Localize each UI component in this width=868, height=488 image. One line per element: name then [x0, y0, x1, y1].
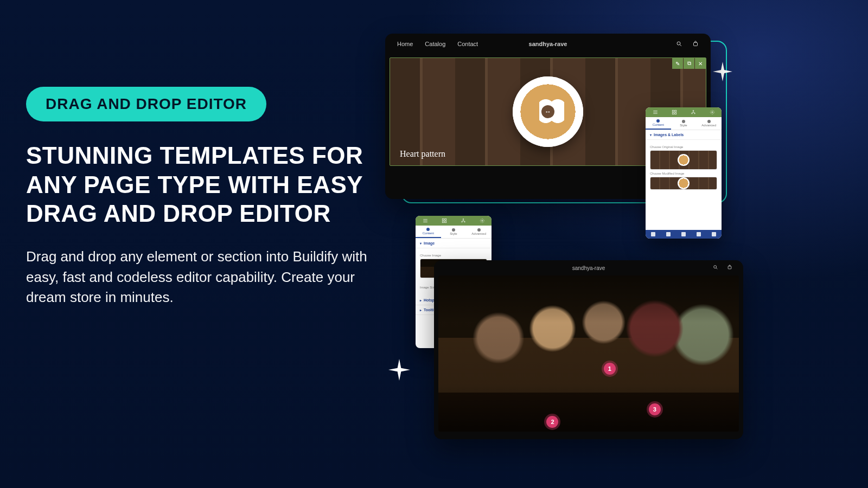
- tab-style[interactable]: Style: [671, 117, 697, 130]
- svg-rect-5: [674, 113, 676, 114]
- sparkle-icon: [713, 62, 732, 81]
- thumb-original-image[interactable]: [650, 150, 717, 170]
- tab-content[interactable]: Content: [646, 117, 671, 130]
- svg-rect-12: [442, 221, 444, 223]
- hero-party-image[interactable]: 1 2 3: [438, 275, 739, 432]
- label-choose-original: Choose Original Image: [650, 145, 717, 149]
- tree-icon[interactable]: [691, 110, 696, 115]
- cart-icon[interactable]: [692, 41, 699, 47]
- panel-toolbar: [416, 216, 492, 226]
- svg-point-8: [694, 113, 695, 114]
- svg-rect-10: [442, 219, 444, 220]
- svg-rect-13: [444, 221, 446, 223]
- svg-point-9: [711, 112, 713, 113]
- svg-rect-4: [672, 113, 674, 114]
- device-icon[interactable]: [651, 232, 655, 236]
- menu-icon[interactable]: [423, 218, 428, 223]
- hotspot-2[interactable]: 2: [546, 416, 558, 428]
- nav-catalog[interactable]: Catalog: [425, 41, 445, 47]
- site-navbar: sandhya-rave: [434, 260, 743, 275]
- svg-point-6: [693, 110, 694, 111]
- svg-point-15: [461, 221, 462, 222]
- gear-icon[interactable]: [480, 218, 485, 223]
- section-images-labels[interactable]: Images & Labels: [646, 130, 722, 140]
- section-image[interactable]: Image: [416, 239, 492, 248]
- panel-bottom-toolbar: [646, 230, 722, 239]
- site-navbar: Home Catalog Contact sandhya-rave: [385, 34, 711, 54]
- gear-icon[interactable]: [710, 110, 715, 115]
- svg-rect-2: [672, 110, 674, 112]
- sparkle-icon: [388, 359, 410, 381]
- site-preview-bottom: sandhya-rave 1 2 3: [434, 260, 743, 439]
- marketing-column: DRAG AND DROP EDITOR STUNNING TEMPLATES …: [26, 87, 368, 308]
- tab-advanced[interactable]: Advanced: [696, 117, 722, 130]
- cart-icon[interactable]: [727, 265, 733, 271]
- editor-panel-right: Content Style Advanced Images & Labels C…: [646, 107, 722, 239]
- search-icon[interactable]: [713, 265, 719, 271]
- label-choose-modified: Choose Modified Image: [650, 172, 717, 175]
- panel-tabs: Content Style Advanced: [416, 226, 492, 239]
- panel-toolbar: [646, 107, 722, 117]
- undo-icon[interactable]: [681, 232, 686, 236]
- delete-icon[interactable]: ✕: [695, 58, 706, 69]
- help-icon[interactable]: [666, 232, 671, 236]
- save-icon[interactable]: [712, 232, 716, 236]
- svg-point-17: [481, 220, 483, 222]
- duplicate-icon[interactable]: ⧉: [684, 58, 694, 69]
- hero-caption: Heart pattern: [400, 149, 445, 159]
- svg-rect-11: [444, 219, 446, 220]
- hotspot-3[interactable]: 3: [649, 403, 661, 415]
- badge-pill: DRAG AND DROP EDITOR: [26, 87, 266, 121]
- tab-style[interactable]: Style: [441, 226, 467, 238]
- svg-rect-1: [694, 43, 698, 46]
- svg-point-14: [463, 219, 464, 220]
- svg-rect-19: [728, 266, 731, 269]
- site-brand: sandhya-rave: [572, 265, 605, 271]
- headline: STUNNING TEMPLATES FOR ANY PAGE TYPE WIT…: [26, 141, 368, 228]
- search-icon[interactable]: [676, 41, 682, 47]
- svg-point-16: [464, 221, 465, 222]
- nav-home[interactable]: Home: [397, 41, 413, 47]
- svg-point-18: [714, 266, 717, 268]
- edit-icon[interactable]: ✎: [672, 58, 683, 69]
- thumb-modified-image[interactable]: [650, 177, 717, 190]
- tab-content[interactable]: Content: [416, 226, 441, 238]
- nav-contact[interactable]: Contact: [457, 41, 478, 47]
- grid-icon[interactable]: [672, 110, 677, 115]
- tab-advanced[interactable]: Advanced: [466, 226, 492, 238]
- panel-tabs: Content Style Advanced: [646, 117, 722, 130]
- svg-point-7: [691, 113, 692, 114]
- grid-icon[interactable]: [442, 218, 447, 223]
- drag-handle-icon[interactable]: ↔: [541, 105, 554, 118]
- svg-point-0: [677, 42, 680, 45]
- body-copy: Drag and drop any element or section int…: [26, 247, 368, 308]
- block-action-bar: ✎ ⧉ ✕: [672, 58, 706, 69]
- history-icon[interactable]: [697, 232, 701, 236]
- svg-rect-3: [674, 110, 676, 112]
- menu-icon[interactable]: [653, 110, 658, 115]
- hotspot-1[interactable]: 1: [604, 363, 616, 375]
- label-choose-image: Choose Image: [420, 254, 487, 257]
- tree-icon[interactable]: [461, 218, 466, 223]
